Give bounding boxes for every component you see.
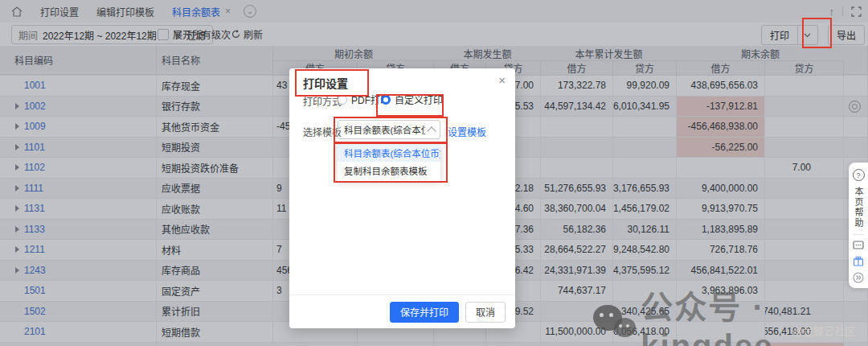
save-and-print-button[interactable]: 保存并打印: [390, 302, 459, 323]
gift-icon[interactable]: [853, 256, 864, 266]
radio-icon: [338, 95, 347, 105]
print-mode-label: 打印方式: [303, 94, 342, 108]
radio-label: 自定义打印: [395, 93, 443, 106]
template-option-default[interactable]: 科目余额表(综合本位币)(默认): [338, 144, 440, 162]
collapse-panel-icon[interactable]: [853, 272, 864, 283]
dialog-footer: 保存并打印 取消: [289, 295, 515, 328]
radio-custom-print[interactable]: 自定义打印: [381, 93, 443, 106]
app-root: 打印设置 编辑打印模板 科目余额表 × ⌄ ↑ 期间 2022年12期 ~ 20…: [0, 0, 868, 346]
close-icon[interactable]: ×: [498, 73, 506, 87]
cancel-button[interactable]: 取消: [465, 302, 506, 323]
chevron-up-icon: [427, 126, 436, 135]
page-help-label[interactable]: 本页帮助: [852, 187, 865, 229]
template-option-copy[interactable]: 复制科目余额表模板: [338, 162, 440, 179]
template-options-dropdown: 科目余额表(综合本位币)(默认) 复制科目余额表模板: [338, 142, 440, 181]
divider: [853, 234, 864, 235]
template-label: 选择模板: [303, 125, 342, 138]
dialog-title: 打印设置: [303, 75, 348, 91]
template-select-value: 科目余额表(综合本位币)(...: [344, 123, 425, 136]
print-settings-dialog: 打印设置 × 打印方式 PDF打印 自定义打印 选择模板 科目余额表(综合本位币…: [289, 68, 515, 328]
help-panel: ? 本页帮助: [849, 163, 868, 288]
template-select[interactable]: 科目余额表(综合本位币)(...: [338, 120, 440, 139]
question-icon[interactable]: ?: [853, 169, 865, 181]
set-template-link[interactable]: 设置模板: [448, 125, 486, 138]
radio-icon: [381, 95, 391, 105]
feedback-icon[interactable]: [853, 241, 864, 250]
